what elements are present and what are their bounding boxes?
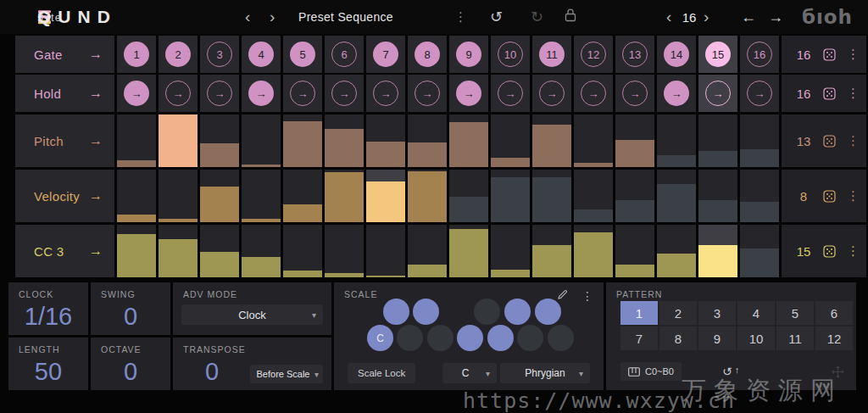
gate-step-4[interactable]: 4 xyxy=(242,36,281,73)
row-menu-icon[interactable]: ⋮ xyxy=(847,47,860,62)
cc3-step-9[interactable] xyxy=(449,225,488,277)
hold-step-3[interactable]: → xyxy=(200,75,239,112)
scale-edit-icon[interactable] xyxy=(557,288,568,304)
gate-step-2[interactable]: 2 xyxy=(159,36,198,73)
cc3-step-8[interactable] xyxy=(408,225,447,277)
pitch-count[interactable]: 13 xyxy=(795,134,812,148)
cc3-step-14[interactable] xyxy=(657,225,696,277)
pitch-step-4[interactable] xyxy=(242,114,281,167)
scale-note-E[interactable] xyxy=(427,325,453,351)
preset-name[interactable]: Preset Sequence xyxy=(298,10,393,24)
cc3-step-16[interactable] xyxy=(740,225,779,277)
scale-note-C[interactable]: C xyxy=(367,325,393,351)
arrow-right-icon[interactable]: → xyxy=(768,8,783,26)
cc3-label-cell[interactable]: CC 3→ xyxy=(15,225,114,277)
velocity-count[interactable]: 8 xyxy=(795,189,812,204)
cc3-count[interactable]: 15 xyxy=(795,244,812,259)
scale-note-C#[interactable] xyxy=(383,299,409,325)
pitch-step-1[interactable] xyxy=(117,114,156,167)
velocity-step-15[interactable] xyxy=(698,170,737,222)
dice-randomize-icon[interactable] xyxy=(823,87,836,100)
velocity-step-7[interactable] xyxy=(366,170,405,222)
gate-step-9[interactable]: 9 xyxy=(449,36,488,73)
hold-step-11[interactable]: → xyxy=(532,75,571,112)
swing-value[interactable]: 0 xyxy=(91,303,170,331)
hold-step-4[interactable]: → xyxy=(242,75,281,112)
scale-note-F[interactable] xyxy=(457,325,483,351)
cc3-step-13[interactable] xyxy=(615,225,654,277)
hold-count[interactable]: 16 xyxy=(795,87,812,101)
velocity-step-2[interactable] xyxy=(159,170,198,222)
gate-step-15[interactable]: 15 xyxy=(698,36,737,73)
velocity-step-12[interactable] xyxy=(574,170,613,222)
velocity-label-cell[interactable]: Velocity→ xyxy=(15,170,114,222)
velocity-step-16[interactable] xyxy=(740,170,779,222)
gate-step-1[interactable]: 1 xyxy=(117,36,156,73)
gate-step-13[interactable]: 13 xyxy=(615,36,654,73)
redo-icon[interactable]: ↻ xyxy=(531,8,543,26)
velocity-step-11[interactable] xyxy=(532,170,571,222)
octave-value[interactable]: 0 xyxy=(91,358,170,386)
arrow-left-icon[interactable]: ← xyxy=(741,8,756,26)
gate-step-14[interactable]: 14 xyxy=(657,36,696,73)
pattern-cell-12[interactable]: 12 xyxy=(815,326,853,350)
hold-step-13[interactable]: → xyxy=(615,75,654,112)
preset-menu-icon[interactable]: ⋮ xyxy=(454,9,467,25)
cc3-step-12[interactable] xyxy=(574,225,613,277)
cc3-step-4[interactable] xyxy=(242,225,281,277)
scale-note-A#[interactable] xyxy=(535,299,561,325)
scale-lock-button[interactable]: Scale Lock xyxy=(348,363,415,383)
hold-step-15[interactable]: → xyxy=(698,75,737,112)
transpose-mode-dropdown[interactable]: Before Scale ▾ xyxy=(250,365,323,383)
scale-note-D#[interactable] xyxy=(413,299,439,325)
cc3-step-3[interactable] xyxy=(200,225,239,277)
scale-note-G[interactable] xyxy=(487,325,514,351)
pattern-cell-2[interactable]: 2 xyxy=(659,301,697,325)
velocity-step-6[interactable] xyxy=(325,170,364,222)
scale-note-D[interactable] xyxy=(397,325,423,351)
cc3-step-15[interactable] xyxy=(698,225,737,277)
clock-value[interactable]: 1/16 xyxy=(8,303,88,331)
pattern-cell-6[interactable]: 6 xyxy=(815,301,853,325)
velocity-step-8[interactable] xyxy=(408,170,447,222)
preset-next-button[interactable]: › xyxy=(270,8,275,26)
pitch-step-9[interactable] xyxy=(449,114,488,167)
undo-icon[interactable]: ↺ xyxy=(490,8,503,26)
row-menu-icon[interactable]: ⋮ xyxy=(847,188,860,204)
cc3-step-1[interactable] xyxy=(117,225,156,277)
pitch-step-6[interactable] xyxy=(325,114,364,167)
pattern-cell-1[interactable]: 1 xyxy=(620,301,658,325)
pattern-cell-4[interactable]: 4 xyxy=(737,301,775,325)
gate-step-3[interactable]: 3 xyxy=(200,36,239,73)
scale-note-A[interactable] xyxy=(517,325,543,351)
pitch-label-cell[interactable]: Pitch→ xyxy=(15,114,114,167)
dice-randomize-icon[interactable] xyxy=(823,190,836,203)
pitch-step-7[interactable] xyxy=(366,114,405,167)
pitch-step-16[interactable] xyxy=(740,114,779,167)
page-next-button[interactable]: › xyxy=(704,8,709,26)
hold-step-1[interactable]: → xyxy=(117,75,156,112)
gate-count[interactable]: 16 xyxy=(795,47,812,62)
gate-step-16[interactable]: 16 xyxy=(740,36,779,73)
pitch-step-12[interactable] xyxy=(574,114,613,167)
gate-label-cell[interactable]: Gate→ xyxy=(15,36,114,73)
hold-label-cell[interactable]: Hold→ xyxy=(15,75,114,112)
scale-root-dropdown[interactable]: C ▾ xyxy=(442,363,497,383)
row-menu-icon[interactable]: ⋮ xyxy=(847,133,860,148)
hold-step-7[interactable]: → xyxy=(366,75,405,112)
page-prev-button[interactable]: ‹ xyxy=(666,8,671,26)
cc3-step-7[interactable] xyxy=(366,225,405,277)
hold-step-14[interactable]: → xyxy=(657,75,696,112)
dice-randomize-icon[interactable] xyxy=(823,135,836,148)
scale-note-F#[interactable] xyxy=(474,299,500,325)
hold-step-6[interactable]: → xyxy=(325,75,364,112)
velocity-step-3[interactable] xyxy=(200,170,239,222)
pattern-cell-10[interactable]: 10 xyxy=(737,326,775,350)
dice-randomize-icon[interactable] xyxy=(823,48,836,61)
velocity-step-10[interactable] xyxy=(491,170,530,222)
velocity-step-4[interactable] xyxy=(242,170,281,222)
scale-menu-icon[interactable]: ⋮ xyxy=(581,289,593,303)
pattern-cell-5[interactable]: 5 xyxy=(776,301,814,325)
key-range-button[interactable]: C0~B0 xyxy=(620,362,682,381)
dice-randomize-icon[interactable] xyxy=(823,245,836,258)
